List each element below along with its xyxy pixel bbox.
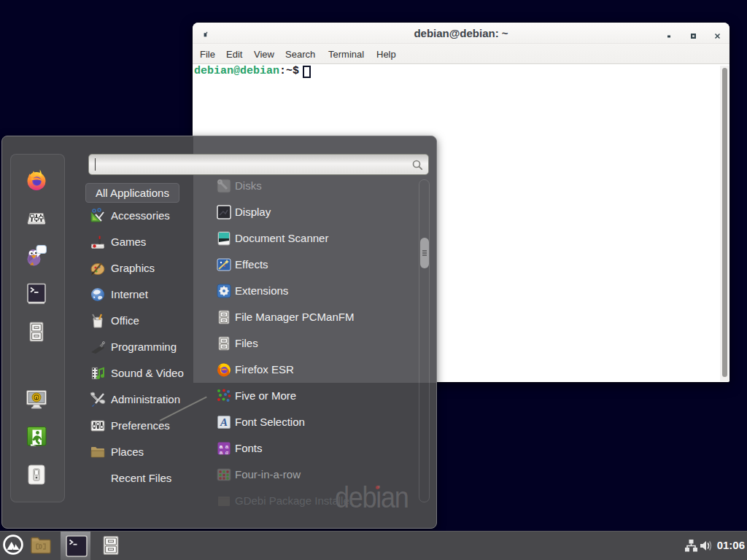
svg-text:a: a xyxy=(220,449,223,456)
svg-text:A: A xyxy=(220,416,228,428)
svg-text:a: a xyxy=(225,449,228,456)
